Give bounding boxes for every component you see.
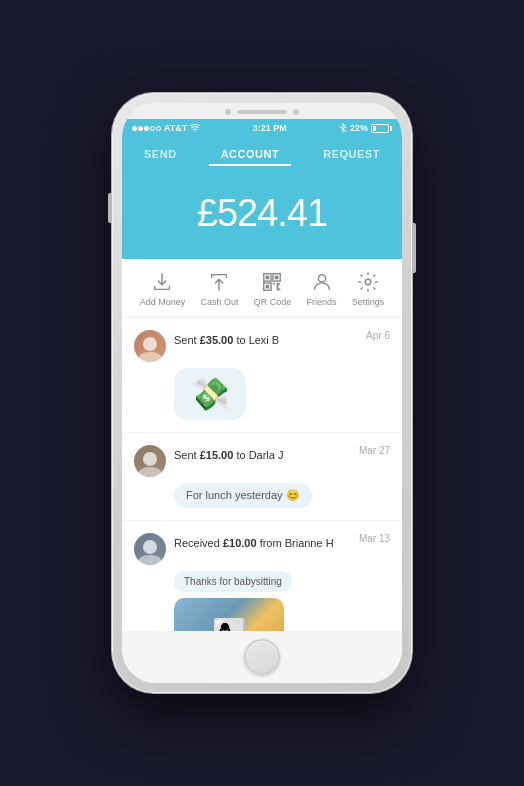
tab-account[interactable]: ACCOUNT	[209, 144, 292, 166]
friends-label: Friends	[307, 297, 337, 307]
phone-notch	[122, 103, 402, 119]
tx-suffix: from Brianne H	[257, 537, 334, 549]
qr-code-action[interactable]: QR Code	[254, 271, 292, 307]
transaction-info: Sent £15.00 to Darla J	[174, 445, 351, 463]
phone-screen: AT&T 3:21 PM 22%	[122, 103, 402, 683]
transaction-text: Sent £15.00 to Darla J	[174, 449, 283, 461]
status-bar: AT&T 3:21 PM 22%	[122, 119, 402, 136]
signal-dot-3	[144, 126, 149, 131]
message-text: Thanks for babysitting	[184, 576, 282, 587]
actions-row: Add Money Cash Out	[122, 259, 402, 318]
settings-icon	[357, 271, 379, 293]
tx-suffix: to Darla J	[233, 449, 283, 461]
friends-action[interactable]: Friends	[307, 271, 337, 307]
add-money-action[interactable]: Add Money	[140, 271, 186, 307]
message-bubble-area: Thanks for babysitting	[174, 571, 390, 631]
message-text: For lunch yesterday 😊	[186, 489, 300, 501]
transactions-list: Sent £35.00 to Lexi B Apr 6 💸	[122, 318, 402, 631]
tx-suffix: to Lexi B	[233, 334, 279, 346]
time-display: 3:21 PM	[253, 123, 287, 133]
avatar	[134, 533, 166, 565]
transaction-date: Apr 6	[366, 330, 390, 341]
battery-label: 22%	[350, 123, 368, 133]
add-money-label: Add Money	[140, 297, 186, 307]
transaction-text: Received £10.00 from Brianne H	[174, 537, 334, 549]
settings-action[interactable]: Settings	[352, 271, 385, 307]
table-row: Sent £35.00 to Lexi B Apr 6 💸	[122, 318, 402, 433]
transaction-text: Sent £35.00 to Lexi B	[174, 334, 279, 346]
status-right: 22%	[339, 123, 392, 133]
tx-prefix: Sent	[174, 334, 200, 346]
cash-out-label: Cash Out	[200, 297, 238, 307]
signal-dot-1	[132, 126, 137, 131]
transaction-info: Sent £35.00 to Lexi B	[174, 330, 358, 348]
sensor-dot	[293, 109, 299, 115]
friends-icon	[311, 271, 333, 293]
phone-device: AT&T 3:21 PM 22%	[112, 93, 412, 693]
qr-code-icon	[261, 271, 283, 293]
tx-prefix: Sent	[174, 449, 200, 461]
transaction-info: Received £10.00 from Brianne H	[174, 533, 351, 551]
navigation-tabs: SEND ACCOUNT REQUEST	[122, 136, 402, 176]
tx-prefix: Received	[174, 537, 223, 549]
money-emoji: 💸	[186, 374, 234, 414]
svg-point-7	[365, 279, 371, 285]
svg-rect-4	[275, 276, 279, 280]
svg-rect-3	[266, 276, 270, 280]
bluetooth-icon	[339, 123, 347, 133]
status-left: AT&T	[132, 123, 200, 133]
signal-dot-5	[156, 126, 161, 131]
wifi-icon	[190, 124, 200, 132]
battery-indicator	[371, 124, 392, 133]
message-bubble: For lunch yesterday 😊	[174, 483, 312, 508]
transaction-date: Mar 27	[359, 445, 390, 456]
table-row: Received £10.00 from Brianne H Mar 13 Th…	[122, 521, 402, 631]
qr-code-label: QR Code	[254, 297, 292, 307]
balance-amount: £524.41	[142, 192, 382, 235]
avatar	[134, 330, 166, 362]
svg-rect-5	[266, 285, 270, 289]
transaction-date: Mar 13	[359, 533, 390, 544]
babysitting-image	[174, 598, 284, 631]
tab-send[interactable]: SEND	[132, 144, 189, 166]
speaker-bar	[237, 110, 287, 114]
svg-point-6	[318, 275, 325, 282]
signal-dot-2	[138, 126, 143, 131]
tx-amount: £15.00	[200, 449, 234, 461]
camera-dot	[225, 109, 231, 115]
message-bubble: 💸	[174, 368, 246, 420]
tx-amount: £10.00	[223, 537, 257, 549]
balance-section: £524.41	[122, 176, 402, 259]
upload-icon	[208, 271, 230, 293]
home-button[interactable]	[244, 639, 280, 675]
message-bubble-area: For lunch yesterday 😊	[174, 483, 390, 508]
message-text-bubble: Thanks for babysitting	[174, 571, 292, 592]
carrier-label: AT&T	[164, 123, 187, 133]
cash-out-action[interactable]: Cash Out	[200, 271, 238, 307]
home-button-area	[122, 631, 402, 683]
signal-dot-4	[150, 126, 155, 131]
tx-amount: £35.00	[200, 334, 234, 346]
settings-label: Settings	[352, 297, 385, 307]
message-bubble-area: 💸	[174, 368, 390, 420]
avatar	[134, 445, 166, 477]
download-icon	[151, 271, 173, 293]
table-row: Sent £15.00 to Darla J Mar 27 For lunch …	[122, 433, 402, 521]
tab-request[interactable]: REQUEST	[311, 144, 392, 166]
signal-dots	[132, 126, 161, 131]
